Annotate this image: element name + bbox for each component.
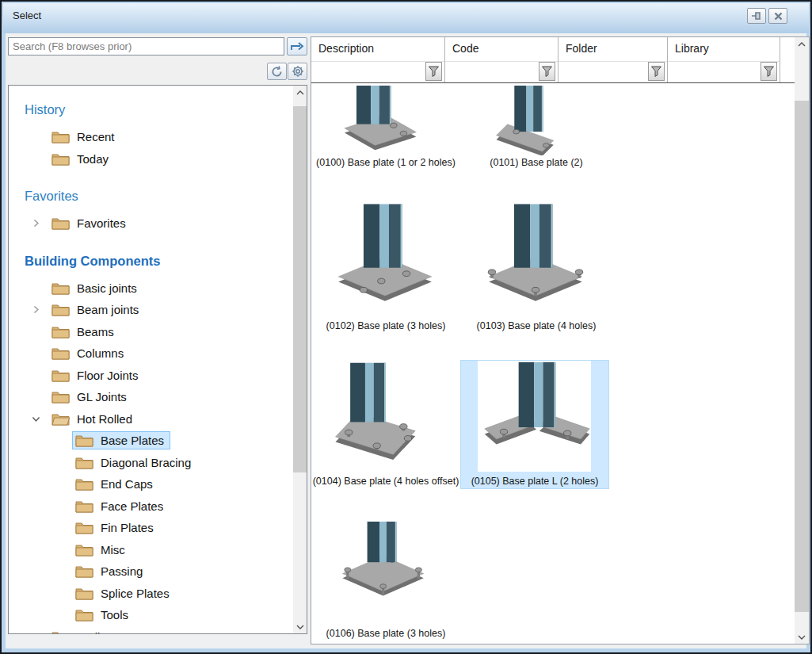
tree-item-base-plates[interactable]: Base Plates (9, 430, 293, 452)
filter-funnel-button[interactable] (539, 62, 555, 81)
window-title: Select (13, 10, 41, 21)
tree-item-beams[interactable]: Beams (9, 321, 293, 343)
scroll-up-icon[interactable] (795, 37, 809, 51)
column-header-code[interactable]: Code (445, 37, 558, 82)
tree-item-label: Today (77, 152, 109, 166)
tree-item-label: Diagonal Bracing (101, 456, 191, 469)
catalog-item-0102[interactable] (326, 198, 444, 309)
tree-item-beam-joints[interactable]: Beam joints (9, 299, 293, 321)
column-header-library[interactable]: Library (668, 37, 780, 82)
tree-item-label: Base Plates (101, 434, 164, 447)
folder-icon (51, 346, 70, 360)
folder-icon (51, 281, 70, 295)
tree-item-tools[interactable]: Tools (9, 604, 293, 626)
tree-item-face-plates[interactable]: Face Plates (9, 495, 293, 518)
folder-icon (51, 303, 70, 316)
search-go-button[interactable] (287, 37, 307, 55)
tree-item-label: Splice Plates (101, 587, 170, 600)
component-grid: (0100) Base plate (1 or 2 holes)(0101) B… (311, 83, 795, 644)
tree-item-l-clips[interactable]: L Clips (9, 626, 293, 634)
pin-icon[interactable] (747, 8, 766, 24)
column-label: Folder (558, 37, 667, 55)
tree-item-favorites[interactable]: Favorites (9, 212, 293, 235)
tree-item-columns[interactable]: Columns (9, 342, 293, 365)
arrow-right-icon (291, 41, 304, 52)
folder-icon (75, 521, 93, 534)
tree-item-diagonal-bracing[interactable]: Diagonal Bracing (9, 452, 293, 474)
folder-icon (51, 630, 70, 633)
filter-funnel-button[interactable] (648, 62, 665, 81)
tree-section-header: Favorites (25, 189, 293, 208)
tree-item-basic-joints[interactable]: Basic joints (9, 277, 293, 300)
catalog-item-0104[interactable] (326, 360, 444, 471)
catalog-item-0106[interactable] (326, 515, 444, 604)
tree-scrollbar[interactable] (293, 86, 307, 633)
tree-item-label: Tools (101, 608, 128, 621)
pushpin-icon (751, 11, 762, 21)
component-thumbnail (476, 86, 595, 155)
chevron-right-icon[interactable] (31, 304, 44, 316)
folder-icon (75, 456, 93, 469)
folder-icon (75, 564, 93, 578)
list-scrollbar-thumb[interactable] (795, 101, 809, 612)
folder-icon (51, 130, 70, 143)
settings-button[interactable] (288, 63, 307, 80)
tree-item-gl-joints[interactable]: GL Joints (9, 386, 293, 408)
column-label: Description (311, 37, 444, 55)
scroll-up-icon[interactable] (293, 86, 307, 99)
filter-funnel-button[interactable] (425, 62, 442, 81)
select-dialog: Select HistoryRecen (0, 0, 812, 654)
catalog-item-label: (0106) Base plate (3 holes) (311, 628, 460, 639)
folder-icon (51, 369, 70, 382)
tree-item-floor-joints[interactable]: Floor Joints (9, 365, 293, 387)
titlebar[interactable]: Select (3, 3, 809, 33)
close-icon[interactable] (768, 8, 787, 24)
folder-icon (75, 477, 93, 491)
catalog-item-0101[interactable] (476, 86, 595, 155)
chevron-right-icon[interactable] (31, 217, 44, 230)
tree-item-today[interactable]: Today (9, 148, 293, 170)
component-thumbnail (326, 86, 444, 155)
chevron-down-icon[interactable] (31, 413, 44, 426)
tree-scrollbar-thumb[interactable] (293, 106, 307, 472)
folder-icon (75, 543, 93, 556)
tree-item-recent[interactable]: Recent (9, 126, 293, 148)
tree-item-hot-rolled[interactable]: Hot Rolled (9, 408, 293, 430)
tree-item-splice-plates[interactable]: Splice Plates (9, 583, 293, 605)
funnel-icon (764, 66, 774, 77)
scroll-down-icon[interactable] (293, 620, 307, 633)
column-header-folder[interactable]: Folder (558, 37, 668, 82)
folder-icon (51, 216, 70, 230)
catalog-item-0100[interactable] (326, 86, 444, 155)
list-scrollbar[interactable] (795, 37, 809, 644)
component-list-panel: DescriptionCodeFolderLibrary (0100) Base… (311, 36, 810, 644)
tree-item-label: Basic joints (77, 281, 137, 295)
component-thumbnail (326, 360, 444, 471)
search-input[interactable] (8, 37, 284, 55)
component-thumbnail (326, 198, 444, 309)
component-thumbnail (478, 361, 597, 472)
catalog-item-0105[interactable] (478, 361, 597, 472)
tree-item-fin-plates[interactable]: Fin Plates (9, 517, 293, 539)
folder-icon (75, 587, 93, 600)
folder-icon (51, 152, 70, 166)
filter-input[interactable] (668, 61, 780, 82)
catalog-item-label: (0101) Base plate (2) (462, 157, 611, 168)
catalog-item-0103[interactable] (476, 198, 595, 309)
folder-icon (51, 412, 70, 426)
filter-input[interactable] (311, 61, 444, 82)
catalog-item-label: (0104) Base plate (4 holes offset) (311, 476, 460, 487)
filter-input[interactable] (445, 61, 558, 82)
funnel-icon (542, 66, 552, 77)
filter-funnel-button[interactable] (761, 62, 777, 81)
tree-item-label: Fin Plates (101, 521, 154, 534)
refresh-button[interactable] (267, 63, 287, 80)
tree-item-misc[interactable]: Misc (9, 539, 293, 561)
catalog-item-label: (0102) Base plate (3 holes) (311, 320, 460, 331)
tree-item-passing[interactable]: Passing (9, 560, 293, 583)
scroll-down-icon[interactable] (795, 630, 809, 644)
tree-item-end-caps[interactable]: End Caps (9, 473, 293, 495)
column-header-description[interactable]: Description (311, 37, 445, 82)
filter-input[interactable] (558, 61, 667, 82)
tree-item-label: Beam joints (77, 303, 139, 316)
